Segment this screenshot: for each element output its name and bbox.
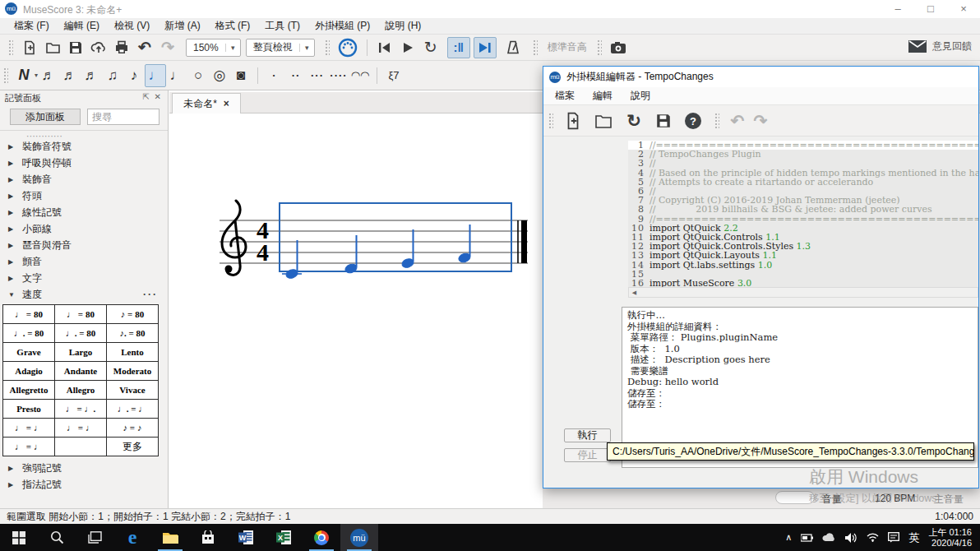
tempo-cell-3-2[interactable]: Moderato [107, 362, 159, 381]
chrome-icon[interactable] [303, 524, 340, 551]
code-line-13[interactable]: 13import QtQuick.Layouts 1.1 [628, 251, 978, 260]
expand-arrow-icon[interactable]: ▶ [8, 275, 15, 282]
tempo-cell-0-0[interactable]: ♩ = 80 [3, 305, 55, 324]
menu-item-2[interactable]: 檢視 (V) [107, 17, 157, 35]
tempo-more-cell[interactable]: 更多 [107, 438, 159, 456]
tie-button[interactable]: ◠◠ [349, 64, 371, 87]
plugin-menu-item-0[interactable]: 檔案 [555, 89, 575, 103]
pan-score-toggle[interactable] [474, 37, 497, 58]
code-horizontal-scrollbar[interactable]: ◀ [628, 287, 978, 298]
view-mode-select[interactable]: 整頁檢視 ▾ [246, 39, 315, 57]
code-line-2[interactable]: 2// TempoChanges Plugin [628, 150, 978, 159]
note-128th-button[interactable]: ♬ [38, 64, 59, 87]
palette-more-menu-icon[interactable]: ··· [143, 289, 158, 300]
palette-item-3[interactable]: ▶符頭 [0, 188, 168, 204]
word-icon[interactable]: W [227, 524, 265, 551]
plugin-save-button[interactable] [649, 110, 678, 132]
toolbar-grip[interactable] [3, 67, 8, 84]
tempo-cell-6-2[interactable]: ♪ = ♪ [107, 419, 159, 438]
start-button[interactable] [0, 524, 38, 551]
save-button[interactable] [64, 37, 87, 58]
task-view-button[interactable] [76, 524, 113, 551]
undo-button[interactable]: ↶ [133, 37, 156, 58]
tempo-cell-6-1[interactable]: ♩ = ♩ [55, 419, 107, 438]
palette-item-8[interactable]: ▶文字 [0, 270, 168, 286]
note-longa-button[interactable]: ◙ [230, 64, 252, 87]
edge-icon[interactable]: e [113, 524, 151, 551]
rewind-button[interactable] [373, 37, 396, 58]
play-repeats-toggle[interactable]: :‖ [447, 37, 470, 58]
expand-arrow-icon[interactable]: ▶ [8, 209, 15, 216]
expand-arrow-icon[interactable]: ▶ [8, 481, 15, 488]
palette-item-0[interactable]: ▶裝飾音符號 [0, 138, 168, 155]
note-input-mode-button[interactable]: N [13, 64, 35, 87]
plugin-open-button[interactable] [588, 110, 619, 132]
tempo-cell-7-1[interactable] [55, 438, 107, 456]
note-whole-button[interactable]: ○ [187, 64, 209, 87]
hidden-icons-chevron[interactable]: ∧ [785, 532, 792, 543]
expand-arrow-icon[interactable]: ▶ [8, 465, 15, 472]
excel-icon[interactable]: X [265, 524, 303, 551]
menu-item-1[interactable]: 編輯 (E) [57, 17, 107, 35]
plugin-redo-button[interactable]: ↷ [749, 110, 772, 132]
code-line-8[interactable]: 8// 2019 billhails & BSG & jeetee: added… [628, 205, 978, 214]
tempo-cell-5-1[interactable]: ♩ = ♩. [55, 400, 107, 419]
note-eighth-button[interactable]: ♪ [123, 64, 145, 87]
code-line-14[interactable]: 14import Qt.labs.settings 1.0 [628, 261, 978, 270]
tempo-cell-4-0[interactable]: Allegretto [3, 381, 55, 400]
midi-input-toggle[interactable] [335, 37, 361, 58]
tempo-cell-0-2[interactable]: ♪ = 80 [107, 305, 159, 324]
palette-item-b0[interactable]: ▶強弱記號 [0, 460, 168, 476]
tempo-cell-6-0[interactable]: ♩ = ♩ [3, 419, 55, 438]
close-button[interactable]: × [947, 0, 980, 18]
tempo-cell-4-1[interactable]: Allegro [55, 381, 107, 400]
menu-item-0[interactable]: 檔案 (F) [7, 17, 57, 35]
microsoft-store-icon[interactable] [189, 524, 227, 551]
new-score-button[interactable] [18, 37, 41, 58]
toolbar-grip[interactable] [8, 39, 13, 56]
stop-plugin-button[interactable]: 停止 [564, 448, 611, 462]
save-online-button[interactable] [87, 37, 110, 58]
plugin-menu-item-2[interactable]: 說明 [631, 89, 650, 103]
palette-item-7[interactable]: ▶顫音 [0, 253, 168, 270]
note-64th-button[interactable]: ♬ [59, 64, 81, 87]
tempo-cell-2-1[interactable]: Largo [55, 343, 107, 362]
loop-playback-button[interactable]: ↻ [419, 37, 442, 58]
score-tab[interactable]: 未命名* × [172, 93, 241, 113]
add-palettes-button[interactable]: 添加面板 [10, 109, 81, 125]
tab-close-icon[interactable]: × [224, 98, 229, 109]
close-panel-icon[interactable]: ✕ [155, 92, 161, 101]
plugin-editor-titlebar[interactable]: mü 外掛模組編輯器 - TempoChanges [543, 67, 978, 87]
quadruple-dot-button[interactable]: ···· [328, 64, 349, 87]
maximize-button[interactable]: □ [914, 0, 947, 18]
plugin-new-button[interactable] [558, 110, 588, 132]
double-dot-button[interactable]: ·· [285, 64, 307, 87]
volume-slider[interactable] [775, 491, 815, 504]
expand-arrow-icon[interactable]: ▶ [8, 143, 15, 150]
collapse-arrow-icon[interactable]: ▼ [8, 291, 15, 299]
tempo-cell-1-0[interactable]: ♩. = 80 [3, 324, 55, 343]
note-half-button[interactable]: ♩ [166, 64, 187, 87]
palette-item-2[interactable]: ▶裝飾音 [0, 171, 168, 188]
tempo-cell-2-0[interactable]: Grave [3, 343, 55, 362]
scroll-left-icon[interactable]: ◀ [629, 288, 640, 297]
minimize-button[interactable]: – [881, 0, 914, 18]
tempo-cell-5-0[interactable]: Presto [3, 400, 55, 419]
palette-item-6[interactable]: ▶琶音與滑音 [0, 237, 168, 253]
menu-item-6[interactable]: 外掛模組 (P) [307, 17, 377, 35]
metronome-button[interactable] [502, 37, 525, 58]
tempo-cell-0-1[interactable]: ♩ = 80 [55, 305, 107, 324]
menu-item-7[interactable]: 說明 (H) [377, 17, 428, 35]
toolbar-grip[interactable] [548, 113, 553, 129]
toolbar-grip[interactable] [325, 39, 330, 56]
tempo-cell-3-1[interactable]: Andante [55, 362, 107, 381]
code-line-16[interactable]: 16import MuseScore 3.0 [628, 279, 978, 287]
tempo-cell-2-2[interactable]: Lento [107, 343, 159, 362]
menu-item-4[interactable]: 格式 (F) [208, 17, 258, 35]
augmentation-dot-button[interactable]: · [264, 64, 285, 87]
wifi-icon[interactable] [867, 533, 879, 542]
rest-button[interactable]: ξ7 [383, 64, 404, 87]
concert-pitch-button[interactable]: 標準音高 [543, 40, 592, 54]
note-32nd-button[interactable]: ♬ [81, 64, 102, 87]
score-measure[interactable]: 4 4 [197, 189, 543, 288]
